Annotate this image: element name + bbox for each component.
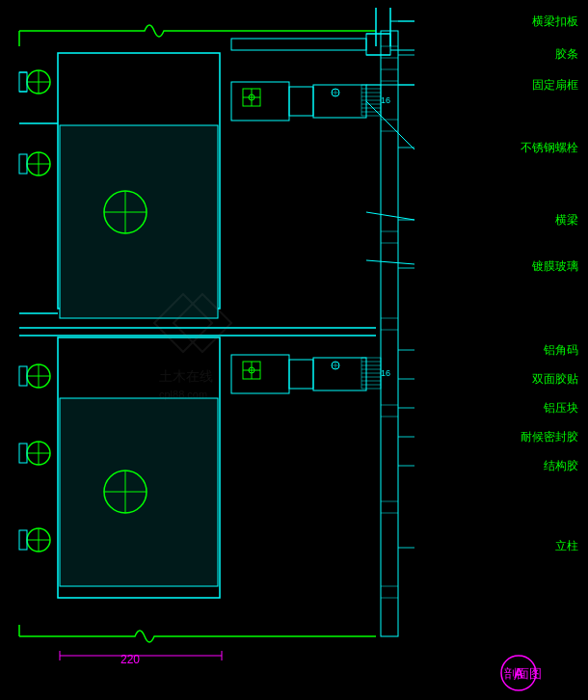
label-dimension: 220	[120, 653, 140, 666]
label-naihoumifengjiao: 耐候密封胶	[521, 429, 578, 445]
svg-text:16: 16	[381, 368, 390, 378]
label-jiegougiao: 结构胶	[544, 458, 578, 474]
svg-text:16: 16	[381, 95, 390, 105]
label-lvjiaoma: 铝角码	[544, 342, 578, 359]
label-jiaotiao: 胶条	[555, 46, 578, 63]
svg-rect-42	[60, 125, 218, 318]
label-buixiugangluoshuan: 不锈钢螺栓	[521, 140, 578, 156]
svg-text:土木在线: 土木在线	[159, 369, 213, 384]
label-lvyakuai: 铝压块	[544, 400, 578, 417]
cad-drawing: 16	[0, 0, 588, 700]
svg-rect-0	[0, 0, 588, 700]
label-duomoboli: 镀膜玻璃	[532, 258, 578, 275]
label-shuangmianjiaotie: 双面胶贴	[532, 371, 578, 388]
label-lizhu: 立柱	[555, 538, 578, 554]
svg-text:cpl88.com: cpl88.com	[159, 389, 207, 400]
label-hengliangkouban: 横梁扣板	[532, 13, 578, 30]
label-section-title: 剖面图	[504, 665, 542, 683]
drawing-canvas: 16	[0, 0, 588, 700]
label-hengliang: 横梁	[555, 212, 578, 229]
label-gudingshankuang: 固定扇框	[532, 77, 578, 94]
